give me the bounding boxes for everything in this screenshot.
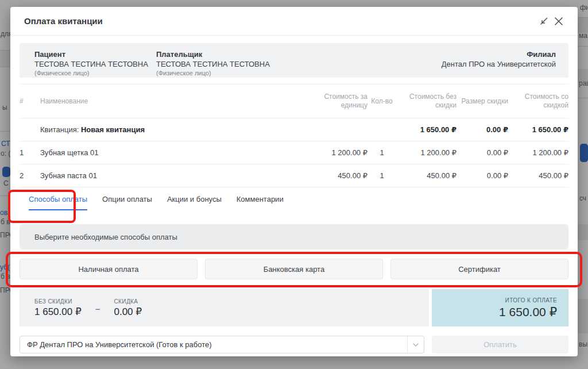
instruction-bar: Выберите необходимые способы оплаты [20,224,568,249]
parties-info-bar: Пациент ТЕСТОВА ТЕСТИНА ТЕСТОВНА (Физиче… [20,43,568,78]
without-discount-block: БЕЗ СКИДКИ 1 650.00 ₽ [34,298,82,318]
modal-title: Оплата квитанции [24,16,536,26]
column-unit-price: Стоимость за единицу [299,93,368,110]
modal-header: Оплата квитанции [10,7,578,36]
payer-info: Плательщик ТЕСТОВА ТЕСТИНА ТЕСТОВНА (Физ… [156,49,442,77]
branch-label: Филиал [442,49,556,59]
tab-promotions-bonuses[interactable]: Акции и бонусы [167,195,222,210]
table-row: 2 Зубная паста 01 450.00 ₽ 1 450.00 ₽ 0.… [20,164,568,187]
column-number: # [20,97,40,105]
branch-info: Филиал Дентал ПРО на Университетской [442,49,556,69]
patient-name: ТЕСТОВА ТЕСТИНА ТЕСТОВНА [34,59,156,69]
discount-value: 0.00 ₽ [114,306,142,318]
chevron-down-icon [407,336,424,353]
fiscal-register-select[interactable]: ФР Дентал ПРО на Университетской (Готов … [20,336,424,353]
items-table: # Наименование Стоимость за единицу Кол-… [20,84,568,187]
receipt-label-prefix: Квитанция: [40,125,81,134]
bank-card-button[interactable]: Банковская карта [205,259,383,279]
close-icon[interactable] [551,14,566,29]
payment-method-buttons: Наличная оплата Банковская карта Сертифи… [20,259,568,279]
item-number: 1 [20,148,40,157]
item-without-discount: 450.00 ₽ [396,171,457,180]
tab-comments[interactable]: Комментарии [237,195,284,210]
receipt-with-discount: 1 650.00 ₽ [508,125,568,134]
item-with-discount: 450.00 ₽ [508,171,568,180]
total-due-label: ИТОГО К ОПЛАТЕ [505,296,557,305]
receipt-without-discount: 1 650.00 ₽ [396,125,457,134]
patient-label: Пациент [34,49,156,59]
without-discount-label: БЕЗ СКИДКИ [34,298,82,306]
fiscal-register-value: ФР Дентал ПРО на Университетской (Готов … [20,340,407,349]
item-quantity: 1 [368,171,396,180]
payment-modal: Оплата квитанции Пациент ТЕСТОВА ТЕСТИНА… [10,7,578,356]
column-without-discount: Стоимость без скидки [396,93,457,110]
table-row: 1 Зубная щетка 01 1 200.00 ₽ 1 1 200.00 … [20,141,568,164]
discount-label: СКИДКА [114,298,142,306]
total-due-panel: ИТОГО К ОПЛАТЕ 1 650.00 ₽ [432,289,568,326]
item-unit-price: 1 200.00 ₽ [299,148,368,157]
tab-payment-methods[interactable]: Способы оплаты [29,195,87,210]
item-number: 2 [20,171,40,180]
patient-info: Пациент ТЕСТОВА ТЕСТИНА ТЕСТОВНА (Физиче… [34,49,156,77]
item-unit-price: 450.00 ₽ [299,171,368,180]
receipt-label: Квитанция: Новая квитанция [40,125,299,134]
certificate-button[interactable]: Сертификат [390,259,568,279]
receipt-total-row: Квитанция: Новая квитанция 1 650.00 ₽ 0.… [20,118,568,141]
payer-name: ТЕСТОВА ТЕСТИНА ТЕСТОВНА [156,59,442,69]
modal-footer: ФР Дентал ПРО на Университетской (Готов … [20,336,568,353]
patient-type: (Физическое лицо) [34,69,156,77]
pay-button[interactable]: Оплатить [432,336,568,353]
discount-block: СКИДКА 0.00 ₽ [114,298,142,318]
item-name: Зубная щетка 01 [40,148,299,157]
column-with-discount: Стоимость со скидкой [508,93,568,110]
column-name: Наименование [40,97,299,105]
item-quantity: 1 [368,148,396,157]
item-discount: 0.00 ₽ [457,148,508,157]
collapse-icon[interactable] [536,14,551,29]
cash-payment-button[interactable]: Наличная оплата [20,259,198,279]
column-quantity: Кол-во [368,97,396,105]
payer-type: (Физическое лицо) [156,69,442,77]
item-name: Зубная паста 01 [40,171,299,180]
column-discount-size: Размер скидки [457,97,508,106]
table-header-row: # Наименование Стоимость за единицу Кол-… [20,84,568,118]
payment-tabs: Способы оплаты Опции оплаты Акции и бону… [29,195,284,210]
branch-name: Дентал ПРО на Университетской [442,59,556,69]
item-with-discount: 1 200.00 ₽ [508,148,568,157]
item-without-discount: 1 200.00 ₽ [396,148,457,157]
receipt-name: Новая квитанция [81,125,145,134]
minus-sign: − [95,304,100,314]
without-discount-value: 1 650.00 ₽ [34,306,82,318]
tab-payment-options[interactable]: Опции оплаты [102,195,152,210]
payer-label: Плательщик [156,49,442,59]
total-due-value: 1 650.00 ₽ [499,305,557,320]
discount-summary-panel: БЕЗ СКИДКИ 1 650.00 ₽ − СКИДКА 0.00 ₽ [20,289,429,326]
item-discount: 0.00 ₽ [457,171,508,180]
receipt-discount: 0.00 ₽ [457,125,508,134]
payment-summary: БЕЗ СКИДКИ 1 650.00 ₽ − СКИДКА 0.00 ₽ ИТ… [20,289,568,326]
